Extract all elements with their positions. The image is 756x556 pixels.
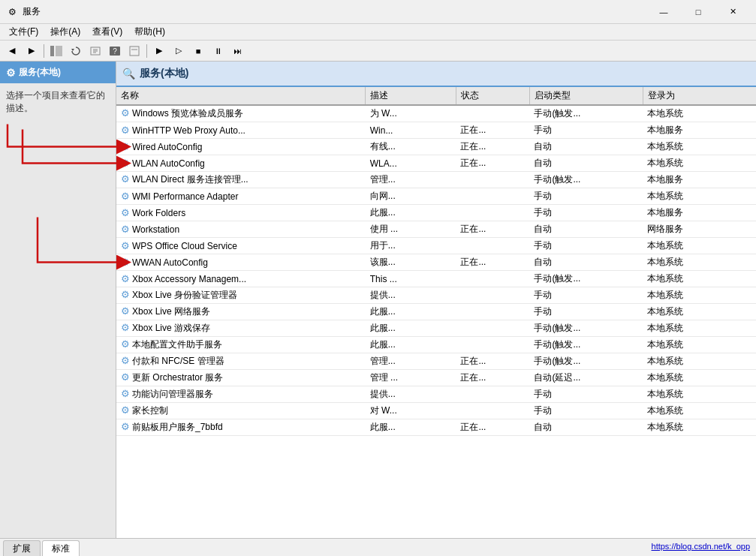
gear-icon: ⚙ <box>121 141 130 152</box>
properties-button[interactable] <box>125 43 143 59</box>
table-row[interactable]: ⚙家长控制对 W...手动本地系统 <box>116 403 756 419</box>
service-status-cell <box>456 188 529 205</box>
service-startup-cell: 手动(触发... <box>529 320 643 337</box>
service-status-cell: 正在... <box>456 122 529 139</box>
service-login-cell: 本地系统 <box>643 353 756 370</box>
status-url[interactable]: https://blog.csdn.net/k_opp <box>646 539 756 556</box>
service-name-cell: ⚙Xbox Live 网络服务 <box>116 304 366 320</box>
menu-file[interactable]: 文件(F) <box>3 25 44 40</box>
tab-expand[interactable]: 扩展 <box>3 540 41 556</box>
table-row[interactable]: ⚙WinHTTP Web Proxy Auto...Win...正在...手动本… <box>116 122 756 139</box>
service-startup-cell: 手动(触发... <box>529 337 643 353</box>
service-login-cell: 本地系统 <box>643 271 756 287</box>
service-login-cell: 本地服务 <box>643 122 756 139</box>
service-desc-cell: 用于... <box>366 238 456 254</box>
service-status-cell <box>456 271 529 287</box>
toolbar-separator-2 <box>146 44 147 58</box>
pause-button[interactable]: ⏸ <box>209 43 227 59</box>
start-button[interactable]: ▶ <box>150 43 168 59</box>
table-row[interactable]: ⚙Xbox Live 网络服务此服...手动本地系统 <box>116 304 756 320</box>
service-status-cell <box>456 403 529 419</box>
minimize-button[interactable]: — <box>646 0 681 24</box>
gear-icon: ⚙ <box>121 173 130 185</box>
services-table[interactable]: 名称 描述 状态 启动类型 登录为 ⚙Windows 预览体验成员服务为 W..… <box>116 87 756 538</box>
table-row[interactable]: ⚙Work Folders此服...手动本地服务 <box>116 205 756 221</box>
service-status-cell: 正在... <box>456 419 529 436</box>
service-name-cell: ⚙Wired AutoConfig <box>116 139 366 155</box>
col-header-login[interactable]: 登录为 <box>643 87 756 105</box>
refresh-button[interactable] <box>67 43 85 59</box>
service-status-cell: 正在... <box>456 155 529 172</box>
sidebar-item-local-services[interactable]: ⚙ 服务(本地) <box>0 62 116 83</box>
service-startup-cell: 自动 <box>529 419 643 436</box>
service-status-cell <box>456 172 529 188</box>
table-row[interactable]: ⚙功能访问管理器服务提供...手动本地系统 <box>116 386 756 403</box>
service-startup-cell: 手动 <box>529 386 643 403</box>
service-name-cell: ⚙家长控制 <box>116 403 366 419</box>
svg-rect-0 <box>50 46 54 56</box>
service-desc-cell: 对 W... <box>366 403 456 419</box>
table-row[interactable]: ⚙Windows 预览体验成员服务为 W...手动(触发...本地系统 <box>116 105 756 122</box>
table-row[interactable]: ⚙Xbox Live 游戏保存此服...手动(触发...本地系统 <box>116 320 756 337</box>
gear-icon: ⚙ <box>121 224 130 235</box>
close-button[interactable]: ✕ <box>715 0 750 24</box>
service-name-cell: ⚙Work Folders <box>116 205 366 221</box>
table-row[interactable]: ⚙Workstation使用 ...正在...自动网络服务 <box>116 221 756 238</box>
show-hide-button[interactable] <box>47 43 65 59</box>
service-desc-cell: 管理... <box>366 172 456 188</box>
table-row[interactable]: ⚙前贴板用户服务_7bbfd此服...正在...自动本地系统 <box>116 419 756 436</box>
forward-button[interactable]: ▶ <box>23 43 41 59</box>
stop-button[interactable]: ■ <box>189 43 207 59</box>
table-row[interactable]: ⚙WMI Performance Adapter向网...手动本地系统 <box>116 188 756 205</box>
service-desc-cell: 该服... <box>366 254 456 271</box>
gear-icon: ⚙ <box>121 240 130 251</box>
col-header-status[interactable]: 状态 <box>456 87 529 105</box>
service-startup-cell: 手动 <box>529 287 643 304</box>
service-status-cell <box>456 205 529 221</box>
tabs-bar: 扩展 标准 <box>0 539 646 556</box>
window-controls: — □ ✕ <box>646 0 750 24</box>
service-desc-cell: 有线... <box>366 139 456 155</box>
service-desc-cell: 此服... <box>366 337 456 353</box>
service-name-cell: ⚙Xbox Live 游戏保存 <box>116 320 366 337</box>
service-name-cell: ⚙前贴板用户服务_7bbfd <box>116 419 366 436</box>
service-desc-cell: 向网... <box>366 188 456 205</box>
table-row[interactable]: ⚙WWAN AutoConfig该服...正在...自动本地系统 <box>116 254 756 271</box>
table-row[interactable]: ⚙更新 Orchestrator 服务管理 ...正在...自动(延迟...本地… <box>116 370 756 386</box>
menu-actions[interactable]: 操作(A) <box>44 25 86 40</box>
service-login-cell: 本地系统 <box>643 139 756 155</box>
table-row[interactable]: ⚙WPS Office Cloud Service用于...手动本地系统 <box>116 238 756 254</box>
export-button[interactable] <box>86 43 104 59</box>
menu-view[interactable]: 查看(V) <box>86 25 128 40</box>
table-row[interactable]: ⚙Wired AutoConfig有线...正在...自动本地系统 <box>116 139 756 155</box>
help-button[interactable]: ? <box>106 43 124 59</box>
start-alt-button[interactable]: ▷ <box>170 43 188 59</box>
table-row[interactable]: ⚙本地配置文件助手服务此服...手动(触发...本地系统 <box>116 337 756 353</box>
service-startup-cell: 手动(触发... <box>529 353 643 370</box>
service-desc-cell: WLA... <box>366 155 456 172</box>
gear-icon: ⚙ <box>121 421 130 432</box>
svg-text:?: ? <box>113 47 117 56</box>
service-name-cell: ⚙WLAN Direct 服务连接管理... <box>116 172 366 188</box>
main-layout: ⚙ 服务(本地) 选择一个项目来查看它的描述。 🔍 服务(本地) 名称 描述 状… <box>0 62 756 538</box>
table-row[interactable]: ⚙付款和 NFC/SE 管理器管理...正在...手动(触发...本地系统 <box>116 353 756 370</box>
col-header-desc[interactable]: 描述 <box>366 87 456 105</box>
col-header-name[interactable]: 名称 <box>116 87 366 105</box>
service-desc-cell: 此服... <box>366 419 456 436</box>
svg-rect-9 <box>130 47 139 56</box>
service-login-cell: 本地系统 <box>643 188 756 205</box>
service-desc-cell: 使用 ... <box>366 221 456 238</box>
table-row[interactable]: ⚙Xbox Live 身份验证管理器提供...手动本地系统 <box>116 287 756 304</box>
tab-standard[interactable]: 标准 <box>42 540 80 556</box>
menu-help[interactable]: 帮助(H) <box>128 25 171 40</box>
table-row[interactable]: ⚙WLAN Direct 服务连接管理...管理...手动(触发...本地服务 <box>116 172 756 188</box>
table-row[interactable]: ⚙Xbox Accessory Managem...This ...手动(触发.… <box>116 271 756 287</box>
service-startup-cell: 手动 <box>529 238 643 254</box>
service-login-cell: 本地系统 <box>643 370 756 386</box>
service-desc-cell: 此服... <box>366 320 456 337</box>
back-button[interactable]: ◀ <box>3 43 21 59</box>
table-row[interactable]: ⚙WLAN AutoConfigWLA...正在...自动本地系统 <box>116 155 756 172</box>
col-header-startup[interactable]: 启动类型 <box>529 87 643 105</box>
restart-button[interactable]: ⏭ <box>228 43 246 59</box>
maximize-button[interactable]: □ <box>681 0 715 24</box>
